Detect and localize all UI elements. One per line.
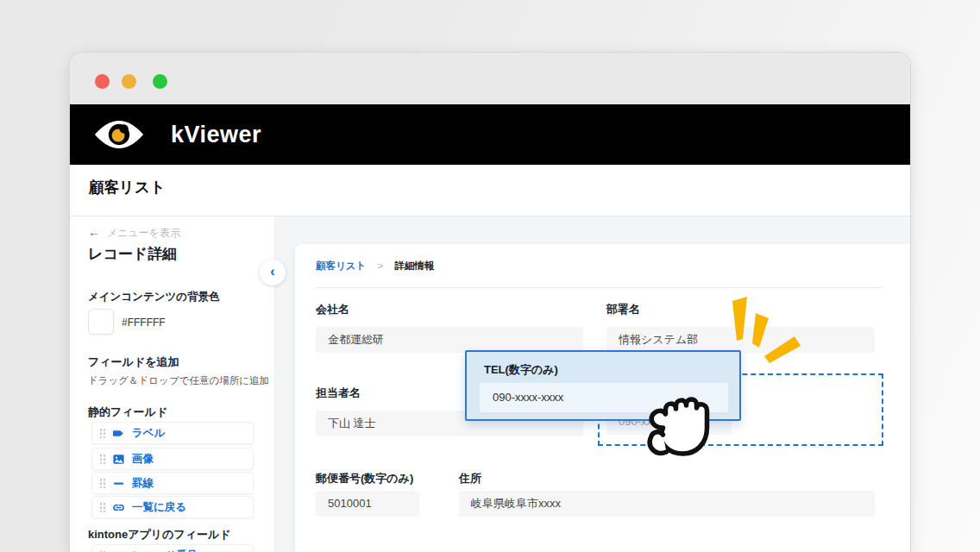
link-icon (112, 501, 125, 514)
grab-hand-cursor-icon (635, 383, 726, 469)
page-title: 顧客リスト (89, 177, 166, 198)
breadcrumb-current: 詳細情報 (394, 260, 434, 271)
sidebar-item-label[interactable]: ラベル (91, 422, 254, 444)
breadcrumb-root-link[interactable]: 顧客リスト (316, 260, 366, 271)
breadcrumb: 顧客リスト > 詳細情報 (316, 260, 434, 273)
minimize-window-icon[interactable] (122, 74, 136, 89)
zip-label: 郵便番号(数字のみ) (316, 471, 413, 486)
collapse-sidebar-button[interactable]: ‹ (260, 260, 286, 285)
static-fields-title: 静的フィールド (88, 405, 167, 420)
image-icon (112, 453, 125, 466)
kintone-fields-title: kintoneアプリのフィールド (88, 527, 231, 543)
address-field[interactable]: 岐阜県岐阜市xxxx (459, 491, 875, 517)
drag-handle-icon[interactable] (99, 478, 106, 488)
tel-label: TEL(数字のみ) (484, 362, 558, 378)
company-label: 会社名 (316, 302, 349, 317)
department-label: 部署名 (606, 302, 640, 317)
divider (316, 287, 883, 288)
sidebar-item-record-number[interactable]: レコード番号 (91, 544, 254, 552)
bg-color-label: メインコンテンツの背景色 (88, 290, 220, 304)
show-menu-label: メニューを表示 (107, 227, 180, 239)
page-title-bar: 顧客リスト (70, 165, 911, 216)
address-label: 住所 (459, 471, 481, 486)
panel-title: レコード詳細 (88, 244, 177, 264)
zip-field[interactable]: 5010001 (316, 491, 419, 517)
link-icon (112, 549, 125, 552)
maximize-window-icon[interactable] (153, 74, 167, 89)
window-chrome (70, 53, 911, 104)
drag-handle-icon[interactable] (99, 454, 106, 464)
chevron-left-icon: ‹ (270, 264, 274, 279)
drag-handle-icon[interactable] (99, 502, 106, 512)
kviewer-eye-icon (93, 118, 145, 151)
horizontal-line-icon (112, 477, 125, 490)
drag-handle-icon[interactable] (99, 428, 106, 438)
back-arrow-icon: ← (88, 225, 100, 239)
bg-color-value[interactable]: #FFFFFF (122, 317, 166, 329)
close-window-icon[interactable] (95, 74, 110, 89)
app-header: kViewer (70, 104, 911, 165)
bg-color-swatch[interactable] (88, 309, 114, 335)
show-menu-link[interactable]: ←メニューを表示 (88, 225, 180, 241)
brand-name: kViewer (171, 122, 261, 148)
company-field[interactable]: 金都運総研 (316, 327, 583, 353)
sidebar-item-image[interactable]: 画像 (91, 448, 254, 470)
content-area: ←メニューを表示 レコード詳細 メインコンテンツの背景色 #FFFFFF フィー… (70, 216, 911, 552)
tag-icon (112, 427, 125, 440)
add-field-hint: ドラッグ＆ドロップで任意の場所に追加 (88, 374, 269, 387)
add-field-title: フィールドを追加 (88, 354, 179, 370)
sidebar-item-back-to-list[interactable]: 一覧に戻る (91, 496, 254, 518)
settings-sidebar: ←メニューを表示 レコード詳細 メインコンテンツの背景色 #FFFFFF フィー… (70, 216, 275, 552)
browser-window: kViewer 顧客リスト ←メニューを表示 レコード詳細 メインコンテンツの背… (69, 52, 911, 552)
sidebar-item-rule[interactable]: 罫線 (91, 472, 254, 494)
breadcrumb-separator: > (378, 260, 384, 271)
person-label: 担当者名 (316, 386, 361, 401)
